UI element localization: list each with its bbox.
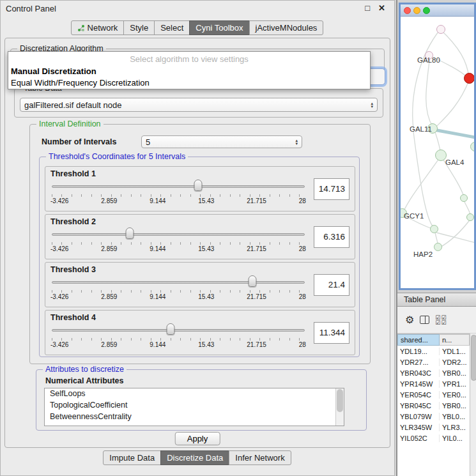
scale-label: 28 xyxy=(299,197,306,204)
scrollbar-thumb[interactable] xyxy=(337,389,343,412)
network-node-label: GAL80 xyxy=(417,56,440,64)
network-node-selected[interactable] xyxy=(464,73,474,84)
table-cell[interactable]: YIL052C xyxy=(397,434,440,442)
table-cell[interactable]: YBR045C xyxy=(397,402,440,410)
slider-thumb[interactable] xyxy=(167,323,175,335)
table-panel-titlebar: Table Panel xyxy=(397,293,476,307)
table-cell[interactable]: YLR345W xyxy=(397,424,440,431)
checkbox-icons[interactable]: ☑ ☑ ☑ ☑ xyxy=(435,315,446,325)
table-row[interactable]: YPR145WYPR1... xyxy=(397,378,470,389)
threshold-slider[interactable] xyxy=(50,227,306,242)
scale-label: 9.144 xyxy=(150,293,165,300)
table-row[interactable]: YLR345WYLR3... xyxy=(397,422,470,433)
threshold-slider[interactable] xyxy=(50,275,306,290)
network-node-label: GAL11 xyxy=(410,125,432,133)
number-of-intervals-select[interactable]: 5 ▴ ▾ xyxy=(141,135,302,148)
scale-label: 28 xyxy=(299,293,306,300)
table-cell[interactable]: YLR3... xyxy=(440,424,470,431)
table-row[interactable]: YDR27...YDR2... xyxy=(397,357,470,367)
network-node[interactable] xyxy=(434,243,442,251)
table-row[interactable]: YBR045CYBR0... xyxy=(397,400,470,411)
apply-button[interactable]: Apply xyxy=(175,432,220,445)
float-window-icon[interactable]: □ xyxy=(365,3,370,13)
table-cell[interactable]: YBL0... xyxy=(440,413,470,420)
table-cell[interactable]: YDL1... xyxy=(440,348,470,355)
table-row[interactable]: YER054CYER0... xyxy=(397,389,470,400)
table-scrollbar[interactable] xyxy=(470,334,476,476)
table-cell[interactable]: YDR27... xyxy=(397,358,440,366)
list-item[interactable]: SelfLoops xyxy=(45,388,344,400)
table-cell[interactable]: YER054C xyxy=(397,391,440,399)
network-node[interactable] xyxy=(460,194,468,202)
slider-thumb[interactable] xyxy=(126,227,134,239)
threshold-value-field[interactable]: 6.316 xyxy=(314,226,349,248)
table-cell[interactable]: YBL079W xyxy=(397,413,440,420)
table-row[interactable]: YDL19...YDL1... xyxy=(397,346,470,357)
slider-thumb[interactable] xyxy=(249,275,257,287)
interval-definition-label: Interval Definition xyxy=(36,119,104,128)
threshold-slider[interactable] xyxy=(50,323,306,338)
network-node[interactable] xyxy=(466,213,474,221)
scale-label: 15.43 xyxy=(198,197,214,204)
tab-jactivemnodules[interactable]: jActiveMNodules xyxy=(249,20,324,35)
threshold-label: Threshold 3 xyxy=(50,265,306,274)
threshold-label: Threshold 2 xyxy=(50,217,306,226)
list-scrollbar[interactable] xyxy=(335,388,344,426)
threshold-value-field[interactable]: 14.713 xyxy=(314,178,349,200)
checkbox-icon: ☑ xyxy=(441,320,446,325)
table-cell[interactable]: YDR2... xyxy=(440,358,470,366)
network-node[interactable] xyxy=(436,25,445,34)
tab-label: Cyni Toolbox xyxy=(196,23,243,33)
table-cell[interactable]: YBR043C xyxy=(397,369,440,377)
table-cell[interactable]: YDL19... xyxy=(397,348,440,355)
tab-label: Style xyxy=(130,23,148,33)
scale-label: 28 xyxy=(299,245,306,252)
table-cell[interactable]: YBR0... xyxy=(440,402,470,410)
table-row[interactable]: YBL079WYBL0... xyxy=(397,411,470,422)
table-data-select[interactable]: galFiltered.sif default node ▴ ▾ xyxy=(20,98,378,112)
columns-icon[interactable] xyxy=(420,316,429,324)
tab-impute-data[interactable]: Impute Data xyxy=(103,450,161,465)
threshold-value-field[interactable]: 11.344 xyxy=(314,322,349,344)
column-header-shared-name[interactable]: shared... xyxy=(397,334,440,346)
tab-infer-network[interactable]: Infer Network xyxy=(229,450,291,465)
network-canvas[interactable]: GAL80 GAL11 GAL4 GCY1 HAP2 xyxy=(401,17,474,288)
scale-label: -3.426 xyxy=(50,245,68,252)
slider-track[interactable] xyxy=(52,185,305,188)
dropdown-option-manual[interactable]: Manual Discretization xyxy=(8,66,370,77)
tab-cyni-toolbox[interactable]: Cyni Toolbox xyxy=(189,20,249,35)
slider-thumb[interactable] xyxy=(194,180,202,191)
tab-select[interactable]: Select xyxy=(154,20,190,35)
scale-label: 15.43 xyxy=(198,341,214,348)
list-item[interactable]: BetweennessCentrality xyxy=(45,411,344,423)
table-cell[interactable]: YPR145W xyxy=(397,380,440,388)
table-cell[interactable]: YBR0... xyxy=(440,369,470,377)
slider-track[interactable] xyxy=(52,281,305,284)
dropdown-option-equal-width[interactable]: Equal Width/Frequency Discretization xyxy=(8,77,370,89)
tab-style[interactable]: Style xyxy=(123,20,155,35)
threshold-slider[interactable] xyxy=(50,179,306,194)
scrollbar-thumb[interactable] xyxy=(471,335,476,381)
scale-label: 9.144 xyxy=(150,197,165,204)
minimize-traffic-light-icon[interactable] xyxy=(413,7,420,14)
tab-network[interactable]: Network xyxy=(71,20,125,35)
slider-track[interactable] xyxy=(52,329,305,332)
network-node[interactable] xyxy=(430,225,438,233)
table-cell[interactable]: YER0... xyxy=(440,391,470,399)
spinner-icon: ▴ ▾ xyxy=(371,102,373,108)
threshold-value-field[interactable]: 21.4 xyxy=(314,274,349,296)
column-header-name[interactable]: n... xyxy=(440,334,470,346)
tab-label: Impute Data xyxy=(109,453,155,463)
close-traffic-light-icon[interactable] xyxy=(404,7,411,14)
close-icon[interactable]: ✕ xyxy=(378,3,385,13)
table-row[interactable]: YIL052CYIL0... xyxy=(397,433,470,443)
slider-track[interactable] xyxy=(52,233,305,236)
gear-icon[interactable]: ⚙ xyxy=(405,314,414,326)
zoom-traffic-light-icon[interactable] xyxy=(423,7,430,14)
table-cell[interactable]: YPR1... xyxy=(440,380,470,388)
tab-discretize-data[interactable]: Discretize Data xyxy=(160,450,229,465)
spinner-down-icon: ▾ xyxy=(295,142,298,145)
table-row[interactable]: YBR043CYBR0... xyxy=(397,367,470,378)
table-cell[interactable]: YIL0... xyxy=(440,434,470,442)
list-item[interactable]: TopologicalCoefficient xyxy=(45,400,344,411)
